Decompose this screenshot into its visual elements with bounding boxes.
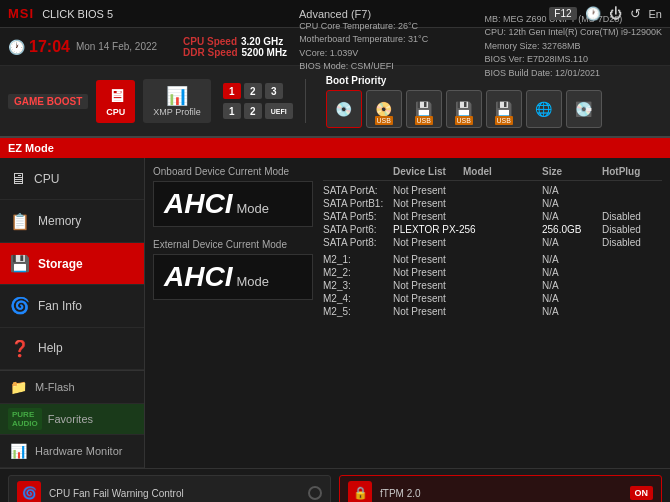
sidebar-fan-label: Fan Info <box>38 299 82 313</box>
clock-icon-2: 🕐 <box>8 39 25 55</box>
ddr-speed-value: 5200 MHz <box>242 47 288 58</box>
size-6: N/A <box>542 267 602 278</box>
port-0: SATA PortA: <box>323 185 393 196</box>
usb-label-3: USB <box>415 116 433 125</box>
cpu-icon-sidebar: 🖥 <box>10 170 26 188</box>
sidebar-memory-label: Memory <box>38 214 81 228</box>
device-row-4: SATA Port8: Not Present N/A Disabled <box>323 237 662 248</box>
mflash-icon: 📁 <box>10 379 27 395</box>
game-boost-bar: GAME BOOST 🖥 CPU 📊 XMP Profile 1 2 3 1 2… <box>0 66 670 138</box>
mode-text-1: Mode <box>236 201 269 216</box>
size-9: N/A <box>542 306 602 317</box>
control-row-1: 🌀 CPU Fan Fail Warning Control 🔒 fTPM 2.… <box>8 475 662 502</box>
boot-icon-2: 📀 <box>375 101 392 117</box>
fan-icon: 🌀 <box>10 296 30 315</box>
storage-icon: 💾 <box>10 254 30 273</box>
ftpm-control[interactable]: 🔒 fTPM 2.0 ON <box>339 475 662 502</box>
hotplug-3: Disabled <box>602 224 662 235</box>
size-8: N/A <box>542 293 602 304</box>
sidebar-storage-label: Storage <box>38 257 83 271</box>
cpu-fan-fail-control[interactable]: 🌀 CPU Fan Fail Warning Control <box>8 475 331 502</box>
boost-num-3[interactable]: 3 <box>265 83 283 99</box>
cpu-speed-label: CPU Speed <box>183 36 237 47</box>
boot-item-4[interactable]: 💾 USB <box>446 90 482 128</box>
onboard-mode-label: Onboard Device Current Mode <box>153 166 313 177</box>
model-8: Not Present <box>393 293 542 304</box>
size-3: 256.0GB <box>542 224 602 235</box>
xmp-profile[interactable]: 📊 XMP Profile <box>143 79 210 123</box>
boot-item-2[interactable]: 📀 USB <box>366 90 402 128</box>
sidebar-item-storage[interactable]: 💾 Storage <box>0 243 144 285</box>
usb-label-4: USB <box>455 116 473 125</box>
boot-icon-3: 💾 <box>415 101 432 117</box>
boost-sub-2[interactable]: 2 <box>244 103 262 119</box>
boot-item-6[interactable]: 🌐 <box>526 90 562 128</box>
port-3: SATA Port6: <box>323 224 393 235</box>
boot-icon-5: 💾 <box>495 101 512 117</box>
boost-num-1[interactable]: 1 <box>223 83 241 99</box>
device-row-8: M2_4: Not Present N/A <box>323 293 662 304</box>
bottom-controls: 🌀 CPU Fan Fail Warning Control 🔒 fTPM 2.… <box>0 468 670 502</box>
ahci-display-1[interactable]: AHCI Mode <box>153 181 313 227</box>
main-layout: 🖥 CPU 📋 Memory 💾 Storage 🌀 Fan Info ❓ He… <box>0 158 670 468</box>
boot-priority-section: Boot Priority 💿 📀 USB 💾 USB 💾 USB 💾 USB <box>326 75 602 128</box>
boot-item-1[interactable]: 💿 <box>326 90 362 128</box>
boost-sub-3[interactable]: UEFI <box>265 103 293 119</box>
boost-sub-1[interactable]: 1 <box>223 103 241 119</box>
device-row-9: M2_5: Not Present N/A <box>323 306 662 317</box>
f12-button[interactable]: F12 <box>549 7 576 20</box>
advanced-label[interactable]: Advanced (F7) <box>299 8 371 20</box>
boot-icon-1: 💿 <box>335 101 352 117</box>
ddr-speed-label: DDR Speed <box>183 47 237 58</box>
sidebar-mflash[interactable]: 📁 M-Flash <box>0 371 144 404</box>
sidebar-item-cpu[interactable]: 🖥 CPU <box>0 158 144 200</box>
boost-numbers: 1 2 3 1 2 UEFI <box>223 83 293 119</box>
port-5: M2_1: <box>323 254 393 265</box>
boot-item-3[interactable]: 💾 USB <box>406 90 442 128</box>
boot-item-5[interactable]: 💾 USB <box>486 90 522 128</box>
ram-icon: 📊 <box>166 85 188 107</box>
boot-item-7[interactable]: 💽 <box>566 90 602 128</box>
bios-mode: BIOS Mode: CSM/UEFI <box>299 60 428 74</box>
model-3: PLEXTOR PX-256 <box>393 224 542 235</box>
sidebar-favorites[interactable]: PUREAUDIO Favorites <box>0 404 144 435</box>
external-mode-label: External Device Current Mode <box>153 239 313 250</box>
model-7: Not Present <box>393 280 542 291</box>
size-7: N/A <box>542 280 602 291</box>
header-list: Device List <box>393 166 463 177</box>
sidebar-hardware-monitor[interactable]: 📊 Hardware Monitor <box>0 435 144 468</box>
language-select[interactable]: En <box>649 8 662 20</box>
boost-section: 🖥 CPU 📊 XMP Profile 1 2 3 1 2 UEFI <box>96 79 305 123</box>
size-4: N/A <box>542 237 602 248</box>
favorites-label: Favorites <box>48 413 93 425</box>
sidebar-help-label: Help <box>38 341 63 355</box>
ftpm-label: fTPM 2.0 <box>380 488 622 499</box>
sidebar-item-memory[interactable]: 📋 Memory <box>0 200 144 242</box>
header-device <box>323 166 393 177</box>
model-6: Not Present <box>393 267 542 278</box>
sidebar-item-help[interactable]: ❓ Help <box>0 328 144 370</box>
ez-mode-label: EZ Mode <box>8 142 54 154</box>
ahci-display-2[interactable]: AHCI Mode <box>153 254 313 300</box>
sidebar-item-fan[interactable]: 🌀 Fan Info <box>0 285 144 327</box>
port-6: M2_2: <box>323 267 393 278</box>
vcore: VCore: 1.039V <box>299 47 428 61</box>
boost-num-2[interactable]: 2 <box>244 83 262 99</box>
cpu-fan-radio[interactable] <box>308 486 322 500</box>
hw-monitor-label: Hardware Monitor <box>35 445 122 457</box>
ftpm-toggle[interactable]: ON <box>630 486 654 500</box>
second-bar: 🕐 17:04 Mon 14 Feb, 2022 CPU Speed 3.20 … <box>0 28 670 66</box>
fan-control-icon: 🌀 <box>17 481 41 502</box>
ahci-section: Onboard Device Current Mode AHCI Mode Ex… <box>153 166 313 460</box>
device-row-5: M2_1: Not Present N/A <box>323 254 662 265</box>
mode-text-2: Mode <box>236 274 269 289</box>
pure-audio-logo: PUREAUDIO <box>8 408 42 430</box>
cpu-boost[interactable]: 🖥 CPU <box>96 80 135 123</box>
boot-priority-label: Boot Priority <box>326 75 602 86</box>
msi-logo: msi <box>8 6 34 21</box>
refresh-icon: ↺ <box>630 6 641 21</box>
device-list-header: Device List Model Size HotPlug <box>323 166 662 181</box>
header-model: Model <box>463 166 542 177</box>
help-icon: ❓ <box>10 339 30 358</box>
left-sidebar: 🖥 CPU 📋 Memory 💾 Storage 🌀 Fan Info ❓ He… <box>0 158 145 468</box>
